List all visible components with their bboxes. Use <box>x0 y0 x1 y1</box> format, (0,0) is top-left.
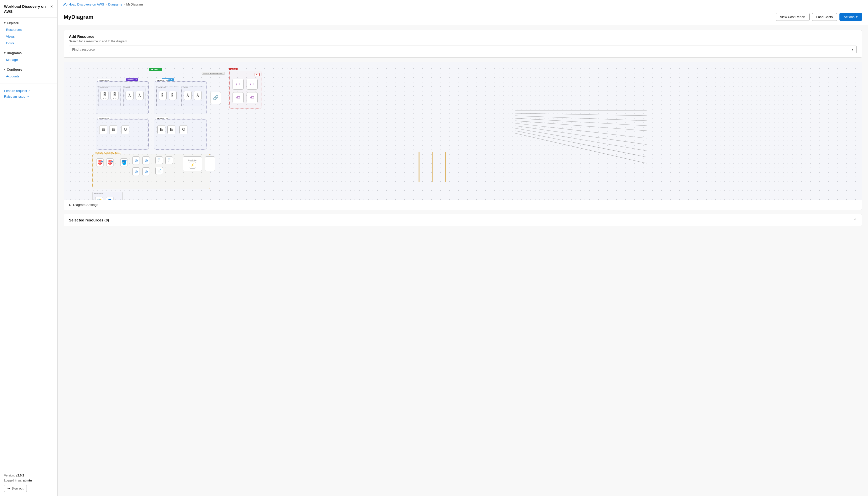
node-plus-1[interactable]: ⊕ <box>132 156 140 165</box>
node-ecs-group: EventBridge ⚡ <box>183 156 202 171</box>
svg-line-8 <box>515 131 647 157</box>
sidebar-section-configure: ▾ Configure Accounts <box>0 64 57 81</box>
sidebar-item-manage[interactable]: Manage <box>0 56 57 63</box>
sidebar-header: Workload Discovery on AWS × <box>0 0 57 17</box>
group-mid-left-label: eu-west-1a <box>98 117 110 120</box>
page-title: MyDiagram <box>64 14 93 20</box>
node-doc-1[interactable]: 📄 <box>155 156 163 164</box>
sidebar-feature-request-link[interactable]: Feature request ↗ <box>4 88 53 94</box>
lambda-icon-3: λ <box>187 93 189 98</box>
resource-search-input[interactable] <box>72 48 852 51</box>
sidebar: Workload Discovery on AWS × ▾ Explore Re… <box>0 0 58 496</box>
node-tg-1[interactable]: 🎯 <box>96 158 104 167</box>
subgroup-1: TargetGroup 🗄 RDS 🗄 RDS <box>98 86 121 106</box>
node-tag-1[interactable]: 🏷 <box>233 79 244 90</box>
sidebar-item-accounts[interactable]: Accounts <box>0 73 57 80</box>
search-dropdown-arrow-icon: ▾ <box>852 48 853 51</box>
breadcrumb-current: MyDiagram <box>126 2 143 6</box>
node-rds-3[interactable]: 🗄 <box>159 91 167 100</box>
actions-button[interactable]: Actions ▾ <box>839 13 862 21</box>
breadcrumb-sep-1: › <box>106 2 107 6</box>
node-ec2-3[interactable]: 🖥 <box>157 125 165 134</box>
node-ec2-4[interactable]: 🖥 <box>167 125 175 134</box>
add-resource-description: Search for a resource to add to the diag… <box>69 40 857 43</box>
add-resource-title: Add Resource <box>69 34 857 38</box>
diagram-canvas[interactable]: eu-west-1 eu-west-1a eu-west-1b global M… <box>64 62 862 200</box>
tg-icon-2: 🎯 <box>107 159 113 165</box>
selected-resources-title: Selected resources (0) <box>69 218 109 222</box>
sidebar-item-costs[interactable]: Costs <box>0 40 57 47</box>
node-ec2-1[interactable]: 🖥 <box>99 125 107 134</box>
breadcrumb-link-home[interactable]: Workload Discovery on AWS <box>63 2 104 6</box>
sidebar-version: Version: v2.0.2 <box>4 474 53 477</box>
node-rds-1[interactable]: 🗄 RDS <box>100 91 108 100</box>
node-auth-1[interactable]: 🔐 <box>95 197 103 200</box>
node-lambda-4[interactable]: λ <box>194 91 202 100</box>
node-plus-4[interactable]: ⊕ <box>142 167 150 176</box>
tag-icon-2: 🏷 <box>250 82 254 87</box>
node-doc-2[interactable]: 📄 <box>165 156 173 164</box>
node-lambda-2[interactable]: λ <box>136 91 143 100</box>
diagrams-arrow-icon: ▾ <box>4 51 5 55</box>
svg-line-9 <box>515 133 647 163</box>
diagram-settings-panel[interactable]: ▶ Diagram Settings <box>64 200 862 210</box>
node-rds-4[interactable]: 🗄 <box>169 91 177 100</box>
node-tag-4[interactable]: 🏷 <box>247 92 258 103</box>
sidebar-item-views[interactable]: Views <box>0 33 57 40</box>
sidebar-item-resources[interactable]: Resources <box>0 26 57 33</box>
node-tag-2[interactable]: 🏷 <box>247 79 258 90</box>
table-icon-1: ⊞ <box>208 162 212 166</box>
doc-icon-2: 📄 <box>167 158 171 162</box>
ec2-icon-4: 🖥 <box>169 127 174 132</box>
auth-icon-2: 👤 <box>107 198 112 200</box>
group-top-left-label: eu-west-1a <box>98 79 110 81</box>
sidebar-close-button[interactable]: × <box>50 4 53 9</box>
actions-dropdown-icon: ▾ <box>856 15 858 19</box>
ec2-icon-2: 🖥 <box>111 127 115 132</box>
s3-icon-1: 🪣 <box>121 159 127 165</box>
selected-resources-panel[interactable]: Selected resources (0) ⌃ <box>64 214 862 226</box>
sidebar-raise-issue-link[interactable]: Raise an issue ↗ <box>4 94 53 99</box>
node-ec2-2[interactable]: 🖥 <box>109 125 117 134</box>
main-content: Workload Discovery on AWS › Diagrams › M… <box>58 0 868 496</box>
view-cost-report-button[interactable]: View Cost Report <box>776 13 810 21</box>
node-auth-2[interactable]: 👤 <box>106 197 114 200</box>
subgroup-2: Lambda λ λ <box>123 86 146 106</box>
node-table-1[interactable]: ⊞ <box>205 156 215 171</box>
node-lambda-1[interactable]: λ <box>126 91 134 100</box>
plus-icon-3: ⊕ <box>135 169 138 174</box>
node-refresh-1[interactable]: ↻ <box>121 125 129 134</box>
sidebar-links: Feature request ↗ Raise an issue ↗ <box>0 86 57 102</box>
configure-arrow-icon: ▾ <box>4 68 5 71</box>
sign-out-button[interactable]: ↪ Sign out <box>4 485 27 492</box>
group-tags: TG 🏷 🏷 🏷 🏷 <box>229 71 262 108</box>
diagram-inner: eu-west-1 eu-west-1a eu-west-1b global M… <box>69 67 857 195</box>
lambda-icon-4: λ <box>197 93 199 98</box>
group-top-right: eu-west-1b TargetGroup 🗄 🗄 Lambda <box>154 81 207 114</box>
node-doc-3[interactable]: 📄 <box>155 167 163 175</box>
selected-resources-chevron-icon: ⌃ <box>853 218 857 222</box>
plus-icon-4: ⊕ <box>144 169 148 174</box>
rds-icon-2: 🗄 <box>112 92 117 97</box>
load-costs-button[interactable]: Load Costs <box>812 13 837 21</box>
node-plus-2[interactable]: ⊕ <box>142 156 150 165</box>
ec2-icon-3: 🖥 <box>159 127 164 132</box>
node-plus-3[interactable]: ⊕ <box>132 167 140 176</box>
breadcrumb-link-diagrams[interactable]: Diagrams <box>108 2 122 6</box>
content-area: Add Resource Search for a resource to ad… <box>58 25 868 496</box>
plus-icon-2: ⊕ <box>144 158 148 163</box>
node-tag-3[interactable]: 🏷 <box>233 92 244 103</box>
sidebar-section-label-configure: ▾ Configure <box>0 68 57 73</box>
node-refresh-2[interactable]: ↻ <box>180 125 187 134</box>
svg-line-3 <box>515 118 647 126</box>
lambda-icon-1: λ <box>128 93 131 98</box>
doc-icon-1: 📄 <box>157 158 161 162</box>
multi-az-label-bottom: Multiple Availability Zones <box>95 152 121 154</box>
resource-search-field[interactable]: ▾ <box>69 46 857 53</box>
node-lambda-3[interactable]: λ <box>184 91 192 100</box>
node-connector[interactable]: 🔗 <box>210 92 221 104</box>
node-s3-1[interactable]: 🪣 <box>120 158 128 167</box>
node-ecs-1[interactable]: ⚡ <box>189 161 196 169</box>
node-tg-2[interactable]: 🎯 <box>106 158 114 167</box>
node-rds-2[interactable]: 🗄 RDS <box>110 91 119 100</box>
